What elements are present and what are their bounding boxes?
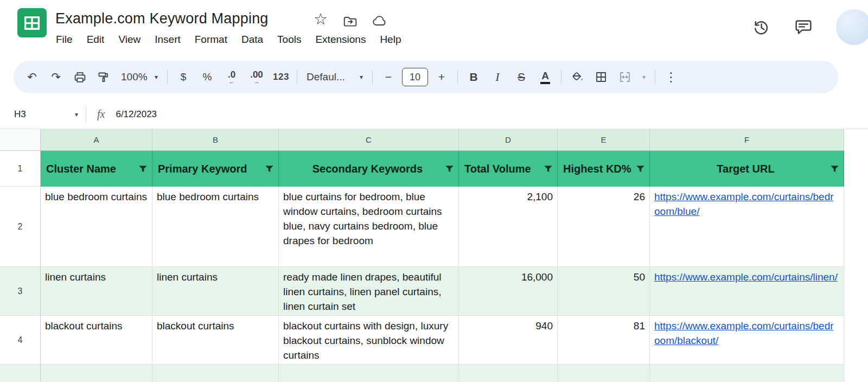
select-all-corner[interactable]: [0, 129, 41, 151]
header-label: Cluster Name: [46, 163, 116, 175]
filter-icon[interactable]: [543, 164, 553, 174]
filter-icon[interactable]: [444, 164, 455, 174]
arrow-right-icon: →: [254, 79, 260, 85]
menu-data[interactable]: Data: [234, 31, 270, 48]
bold-icon[interactable]: B: [462, 66, 486, 88]
row-number-1[interactable]: 1: [0, 151, 41, 187]
more-formats-icon[interactable]: 123: [269, 66, 293, 88]
filter-icon[interactable]: [829, 164, 840, 174]
row-number-4[interactable]: 4: [0, 316, 41, 365]
target-url-link[interactable]: https://www.example.com/curtains/bedroom…: [654, 320, 834, 346]
cell-b2[interactable]: blue bedroom curtains: [152, 187, 279, 267]
cell-f5[interactable]: [650, 365, 844, 382]
format-currency-icon[interactable]: $: [171, 66, 195, 88]
header-cell-target-url[interactable]: Target URL: [650, 151, 844, 187]
cell-d5[interactable]: [459, 365, 558, 382]
zoom-select[interactable]: 100% ▾: [116, 66, 163, 88]
row-number-3[interactable]: 3: [0, 267, 41, 316]
formula-input[interactable]: 6/12/2023: [116, 109, 157, 120]
google-sheets-logo-icon[interactable]: [17, 8, 47, 37]
strikethrough-icon[interactable]: S: [509, 66, 533, 88]
cell-d3[interactable]: 16,000: [459, 267, 558, 316]
more-options-icon[interactable]: ⋮: [659, 66, 683, 88]
font-size-input[interactable]: 10: [402, 68, 428, 86]
row-number-2[interactable]: 2: [0, 187, 41, 267]
header-cell-secondary-keywords[interactable]: Secondary Keywords: [279, 151, 459, 187]
cell-b3[interactable]: linen curtains: [152, 267, 279, 316]
column-header-d[interactable]: D: [459, 129, 558, 151]
cell-a4[interactable]: blackout curtains: [41, 316, 152, 365]
target-url-link[interactable]: https://www.example.com/curtains/bedroom…: [654, 191, 834, 217]
header-cell-total-volume[interactable]: Total Volume: [459, 151, 558, 187]
cell-c3[interactable]: ready made linen drapes, beautiful linen…: [279, 267, 459, 316]
filter-icon[interactable]: [635, 164, 646, 174]
document-title[interactable]: Example.com Keyword Mapping: [55, 10, 269, 27]
borders-icon[interactable]: [589, 66, 613, 88]
menu-view[interactable]: View: [111, 31, 148, 48]
fill-color-icon[interactable]: [565, 66, 589, 88]
undo-icon[interactable]: ↶: [20, 66, 44, 88]
cell-e5[interactable]: [558, 365, 650, 382]
column-header-a[interactable]: A: [41, 129, 152, 151]
cell-d4[interactable]: 940: [459, 316, 558, 365]
paint-format-icon[interactable]: [92, 66, 116, 88]
text-color-icon[interactable]: A: [533, 66, 557, 88]
cell-a2[interactable]: blue bedroom curtains: [41, 187, 152, 267]
menu-edit[interactable]: Edit: [80, 31, 112, 48]
cell-e3[interactable]: 50: [558, 267, 650, 316]
font-family-value: Defaul...: [307, 71, 345, 83]
cell-f3[interactable]: https://www.example.com/curtains/linen/: [650, 267, 844, 316]
cell-f2[interactable]: https://www.example.com/curtains/bedroom…: [650, 187, 844, 267]
text-color-bar: [540, 82, 550, 84]
move-folder-icon[interactable]: [342, 13, 358, 29]
menu-extensions[interactable]: Extensions: [308, 31, 373, 48]
star-icon[interactable]: ☆: [312, 11, 329, 27]
header-cell-primary-keyword[interactable]: Primary Keyword: [152, 151, 279, 187]
italic-icon[interactable]: I: [486, 66, 509, 88]
column-header-e[interactable]: E: [558, 129, 650, 151]
merge-cells-icon[interactable]: [613, 66, 637, 88]
merge-cells-caret[interactable]: ▾: [637, 66, 651, 88]
format-percent-icon[interactable]: %: [195, 66, 219, 88]
menu-help[interactable]: Help: [373, 31, 408, 48]
cell-b4[interactable]: blackout curtains: [152, 316, 279, 365]
column-header-f[interactable]: F: [650, 129, 844, 151]
chevron-down-icon: ▾: [642, 73, 646, 81]
cell-c2[interactable]: blue curtains for bedroom, blue window c…: [279, 187, 459, 267]
increase-font-size-button[interactable]: +: [430, 66, 454, 88]
header-cell-highest-kd[interactable]: Highest KD%: [558, 151, 650, 187]
header-cell-cluster-name[interactable]: Cluster Name: [41, 151, 152, 187]
menu-tools[interactable]: Tools: [270, 31, 308, 48]
cell-e4[interactable]: 81: [558, 316, 650, 365]
column-header-c[interactable]: C: [279, 129, 459, 151]
cell-c5[interactable]: [279, 365, 459, 382]
cell-a3[interactable]: linen curtains: [41, 267, 152, 316]
cell-f4[interactable]: https://www.example.com/curtains/bedroom…: [650, 316, 844, 365]
decrease-decimal-icon[interactable]: .0 ←: [219, 66, 244, 88]
name-box[interactable]: H3 ▾: [0, 109, 86, 120]
filter-icon[interactable]: [264, 164, 275, 174]
font-family-select[interactable]: Defaul... ▾: [301, 66, 368, 88]
cell-c4[interactable]: blackout curtains with design, luxury bl…: [279, 316, 459, 365]
row-number-5[interactable]: [0, 365, 41, 382]
column-header-b[interactable]: B: [152, 129, 279, 151]
toolbar-divider: [457, 70, 458, 84]
increase-decimal-icon[interactable]: .00 →: [244, 66, 269, 88]
comments-icon[interactable]: [794, 18, 813, 36]
cell-a5[interactable]: [41, 365, 152, 382]
toolbar-divider: [372, 70, 373, 84]
filter-icon[interactable]: [138, 164, 148, 174]
menu-file[interactable]: File: [49, 31, 80, 48]
version-history-icon[interactable]: [752, 18, 770, 36]
menu-insert[interactable]: Insert: [148, 31, 188, 48]
user-avatar[interactable]: [836, 9, 868, 45]
print-icon[interactable]: [68, 66, 92, 88]
menu-format[interactable]: Format: [188, 31, 234, 48]
target-url-link[interactable]: https://www.example.com/curtains/linen/: [654, 271, 838, 283]
cell-e2[interactable]: 26: [558, 187, 650, 267]
redo-icon[interactable]: ↷: [44, 66, 68, 88]
cell-b5[interactable]: [152, 365, 279, 382]
cell-d2[interactable]: 2,100: [459, 187, 558, 267]
decrease-font-size-button[interactable]: −: [376, 66, 400, 88]
cloud-status-icon[interactable]: [371, 13, 387, 29]
